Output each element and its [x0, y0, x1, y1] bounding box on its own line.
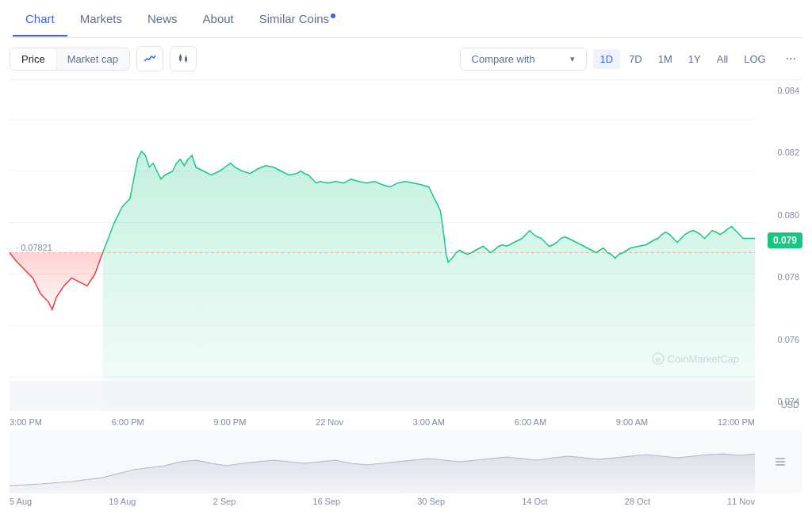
mini-x-label-3: 16 Sep	[312, 497, 340, 506]
start-price-label: · 0.07821	[16, 243, 52, 252]
current-price-badge: 0.079	[768, 232, 802, 248]
market-cap-button[interactable]: Market cap	[56, 48, 129, 70]
candle-chart-icon	[177, 53, 190, 64]
green-area	[103, 152, 756, 411]
more-options-button[interactable]: ···	[779, 48, 802, 70]
mini-x-label-5: 14 Oct	[522, 497, 547, 506]
y-label-084: 0.084	[755, 86, 799, 95]
x-label-5: 6:00 AM	[515, 417, 546, 427]
coinmarketcap-watermark: M CoinMarketCap	[652, 352, 739, 365]
compare-with-label: Compare with	[472, 53, 535, 65]
line-chart-icon	[144, 53, 156, 64]
x-label-4: 3:00 AM	[413, 417, 445, 427]
red-area	[10, 252, 103, 309]
time-1m[interactable]: 1M	[651, 49, 680, 69]
mini-x-label-4: 30 Sep	[417, 497, 445, 506]
tab-chart[interactable]: Chart	[13, 2, 67, 36]
main-container: Chart Markets News About Similar Coins P…	[0, 0, 812, 526]
time-1y[interactable]: 1Y	[681, 49, 708, 69]
price-market-cap-toggle: Price Market cap	[10, 48, 130, 71]
x-label-1: 6:00 PM	[112, 417, 144, 427]
main-chart: 0.084 0.082 0.080 0.078 0.076 0.074 0.07…	[10, 79, 802, 413]
notification-dot	[331, 13, 335, 18]
price-button[interactable]: Price	[10, 48, 56, 70]
y-label-078: 0.078	[755, 273, 799, 282]
toolbar: Price Market cap Compare with ▾ 1D	[10, 38, 802, 79]
svg-text:M: M	[655, 357, 660, 363]
time-log[interactable]: LOG	[737, 49, 772, 69]
time-range-group: 1D 7D 1M 1Y All LOG	[593, 49, 773, 69]
scrollbar-handle[interactable]	[776, 458, 785, 466]
svg-rect-15	[10, 381, 755, 411]
mini-x-label-1: 19 Aug	[109, 497, 136, 506]
mini-x-label-0: 5 Aug	[10, 497, 32, 506]
mini-x-label-2: 2 Sep	[213, 497, 236, 506]
svg-rect-0	[179, 56, 182, 60]
dropdown-arrow-icon: ▾	[570, 54, 575, 64]
tab-news[interactable]: News	[135, 2, 190, 36]
candle-chart-button[interactable]	[170, 46, 197, 71]
mini-x-label-6: 28 Oct	[625, 497, 650, 506]
mini-chart	[10, 430, 802, 493]
x-label-7: 12:00 PM	[718, 417, 755, 427]
line-chart-button[interactable]	[136, 46, 163, 71]
x-label-3: 22 Nov	[316, 417, 343, 427]
x-label-0: 3:00 PM	[10, 417, 42, 427]
x-axis: 3:00 PM 6:00 PM 9:00 PM 22 Nov 3:00 AM 6…	[10, 413, 755, 427]
mini-x-label-7: 11 Nov	[727, 497, 755, 506]
y-label-082: 0.082	[755, 148, 799, 157]
mini-chart-scrollbar[interactable]	[758, 430, 802, 493]
time-1d[interactable]: 1D	[593, 49, 621, 69]
y-label-076: 0.076	[755, 336, 799, 344]
mini-chart-svg	[10, 430, 755, 493]
mini-chart-area	[10, 454, 755, 493]
x-label-2: 9:00 PM	[213, 417, 246, 427]
nav-tabs: Chart Markets News About Similar Coins	[10, 0, 802, 38]
y-label-080: 0.080	[755, 211, 799, 220]
time-all[interactable]: All	[710, 49, 735, 69]
tab-about[interactable]: About	[190, 2, 247, 36]
cmc-logo-icon: M	[652, 352, 665, 365]
currency-label: USD	[781, 400, 799, 409]
svg-rect-3	[185, 57, 187, 61]
mini-x-axis: 5 Aug 19 Aug 2 Sep 16 Sep 30 Sep 14 Oct …	[10, 493, 755, 506]
compare-with-dropdown[interactable]: Compare with ▾	[460, 48, 587, 71]
tab-markets[interactable]: Markets	[67, 2, 135, 36]
x-label-6: 9:00 AM	[616, 417, 648, 427]
tab-similar-coins[interactable]: Similar Coins	[247, 2, 348, 36]
time-7d[interactable]: 7D	[622, 49, 649, 69]
price-chart-svg	[10, 80, 755, 413]
